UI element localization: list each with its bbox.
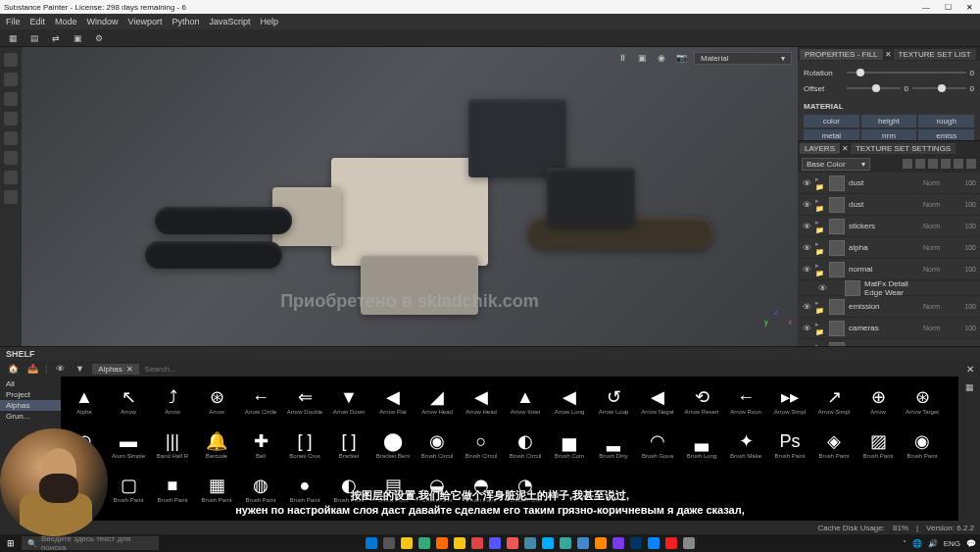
alpha-item[interactable]: ▸▸Arrow Simpl: [768, 378, 811, 422]
taskbar-app[interactable]: [399, 536, 415, 550]
tab-close-icon[interactable]: ✕: [885, 50, 892, 59]
maximize-button[interactable]: ☐: [941, 3, 955, 12]
alpha-item[interactable]: ◈Brush Paint: [812, 423, 856, 466]
alpha-item[interactable]: ↺Arrow Loop: [592, 378, 635, 422]
folder-icon[interactable]: ▸📁: [815, 197, 825, 213]
minimize-button[interactable]: —: [919, 3, 933, 12]
visibility-icon[interactable]: 👁: [802, 345, 811, 347]
menu-viewport[interactable]: Viewport: [128, 17, 163, 26]
rotation-slider[interactable]: [847, 72, 966, 74]
taskbar-app[interactable]: [416, 536, 432, 550]
start-button[interactable]: ⊞: [4, 536, 18, 550]
alpha-item[interactable]: ◀Arrow Flat: [371, 378, 415, 422]
menu-mode[interactable]: Mode: [55, 17, 77, 26]
taskbar-app[interactable]: [364, 536, 379, 550]
tab-properties[interactable]: PROPERTIES - FILL: [800, 49, 883, 60]
visibility-icon[interactable]: 👁: [817, 283, 827, 293]
menu-help[interactable]: Help: [260, 17, 278, 26]
alpha-item[interactable]: ←Arrow Circle: [239, 378, 282, 422]
taskbar-app[interactable]: [505, 536, 520, 550]
taskbar-app[interactable]: [628, 536, 644, 550]
settings-icon[interactable]: ⚙: [92, 31, 106, 45]
alpha-item[interactable]: ○Brush Circul: [460, 423, 503, 466]
tray-network-icon[interactable]: 🌐: [912, 539, 922, 548]
view-icon[interactable]: ◉: [655, 51, 668, 65]
close-button[interactable]: ✕: [962, 3, 976, 12]
alpha-item[interactable]: ▲Arrow Inset: [504, 378, 547, 422]
add-mask-icon[interactable]: [915, 159, 925, 169]
layer-item[interactable]: 👁▸📁stickersNorm100: [798, 216, 980, 237]
alpha-item[interactable]: ↗Arrow Simpl: [812, 378, 856, 422]
alpha-item[interactable]: ◀Arrow Negat: [636, 378, 679, 422]
folder-icon[interactable]: ▸📁: [815, 240, 825, 256]
layer-item[interactable]: 👁MatFx Detail Edge Wear: [798, 280, 980, 296]
blend-mode-dropdown[interactable]: Base Color ▾: [802, 158, 870, 171]
taskbar-app[interactable]: [611, 536, 626, 550]
alpha-item[interactable]: ✚Bell: [239, 423, 282, 466]
menu-python[interactable]: Python: [172, 17, 199, 26]
taskbar-app[interactable]: [452, 536, 467, 550]
camera-icon[interactable]: 📷: [674, 51, 688, 65]
shelf-cat-grun...[interactable]: Grun...: [0, 411, 61, 422]
taskbar-app[interactable]: [558, 536, 573, 550]
menu-file[interactable]: File: [6, 17, 21, 26]
alpha-item[interactable]: ◀Arrow Head: [460, 378, 503, 422]
alpha-item[interactable]: |||Band Half R: [151, 423, 194, 466]
layer-item[interactable]: 👁▸📁dustNorm100: [798, 173, 980, 194]
alpha-item[interactable]: ▢Brush Paint: [107, 467, 150, 510]
tab-layers[interactable]: LAYERS: [800, 143, 840, 154]
channel-rough[interactable]: rough: [918, 115, 974, 127]
alpha-item[interactable]: ⤴Arrow: [151, 378, 194, 422]
alpha-item[interactable]: ▃Brush Long: [680, 423, 723, 466]
alpha-item[interactable]: [ ]Bracket: [327, 423, 370, 466]
taskbar-app[interactable]: [646, 536, 662, 550]
alpha-item[interactable]: ⊛Arrow Target: [901, 378, 944, 422]
offset-x-slider[interactable]: [847, 87, 901, 89]
viewport-3d[interactable]: ⏸ ▣ ◉ 📷 Material ▾ Приобретено в skladch…: [22, 47, 798, 346]
taskbar-app[interactable]: [593, 536, 609, 550]
visibility-icon[interactable]: 👁: [802, 178, 811, 188]
shelf-filter-icon[interactable]: ▼: [73, 362, 86, 376]
folder-icon[interactable]: ▸📁: [815, 321, 825, 336]
tab-texture-set-list[interactable]: TEXTURE SET LIST: [894, 49, 976, 60]
clone-tool-icon[interactable]: [4, 151, 18, 165]
tray-lang[interactable]: ENG: [944, 539, 960, 548]
alpha-item[interactable]: ←Arrow Roun: [724, 378, 767, 422]
folder-icon[interactable]: ▸📁: [815, 219, 825, 234]
fill-tool-icon[interactable]: [4, 112, 18, 125]
channel-color[interactable]: color: [804, 115, 859, 127]
symmetry-icon[interactable]: ⇄: [49, 31, 63, 45]
add-folder-icon[interactable]: [954, 159, 963, 169]
alpha-item[interactable]: ◀Arrow Long: [548, 378, 591, 422]
taskbar-app[interactable]: [434, 536, 450, 550]
tab-close-icon[interactable]: ✕: [842, 144, 849, 153]
chip-close-icon[interactable]: ✕: [126, 365, 133, 374]
taskbar-app[interactable]: [381, 536, 397, 550]
alpha-item[interactable]: ⟲Arrow Revert: [680, 378, 723, 422]
smudge-tool-icon[interactable]: [4, 131, 18, 145]
add-effect-icon[interactable]: [903, 159, 912, 169]
visibility-icon[interactable]: 👁: [802, 324, 811, 333]
shelf-view-icon[interactable]: 👁: [53, 362, 67, 376]
picker-tool-icon[interactable]: [4, 171, 18, 184]
layer-item[interactable]: 👁▸📁emissionNorm100: [798, 296, 980, 318]
alpha-item[interactable]: ⊕Arrow: [857, 378, 900, 422]
layer-item[interactable]: 👁▸📁alphaNorm100: [798, 237, 980, 259]
shelf-cat-project[interactable]: Project: [0, 389, 61, 400]
taskbar-app[interactable]: [487, 536, 503, 550]
taskbar-app[interactable]: [469, 536, 485, 550]
channel-height[interactable]: height: [861, 115, 917, 127]
alpha-item[interactable]: ◉Brush Paint: [901, 423, 944, 466]
tray-chevron-icon[interactable]: ˄: [903, 539, 906, 548]
projection-tool-icon[interactable]: [4, 92, 18, 106]
offset-y-slider[interactable]: [912, 87, 966, 89]
alpha-item[interactable]: ▲Alpha: [63, 378, 106, 422]
axis-gizmo[interactable]: x y z: [762, 311, 792, 340]
menu-edit[interactable]: Edit: [30, 17, 46, 26]
eraser-tool-icon[interactable]: [4, 73, 18, 86]
alpha-item[interactable]: ◉Brush Circul: [416, 423, 459, 466]
alpha-item[interactable]: ⊛Arrow: [195, 378, 238, 422]
alpha-item[interactable]: 🔔Barcode: [195, 423, 238, 466]
layer-item[interactable]: 👁▸📁camerasNorm100: [798, 318, 980, 339]
shelf-close-icon[interactable]: ✕: [966, 364, 974, 375]
